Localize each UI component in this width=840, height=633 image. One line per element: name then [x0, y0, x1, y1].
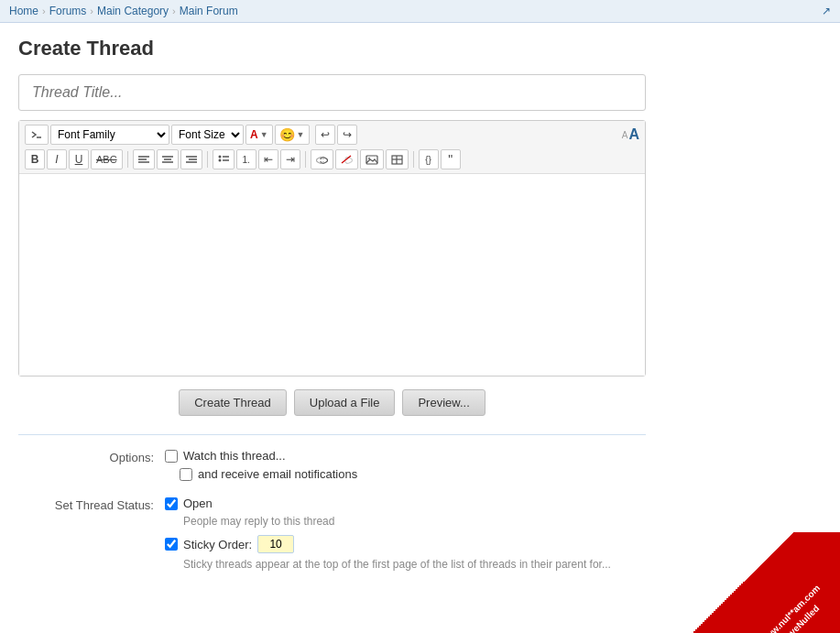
svg-rect-15: [366, 156, 377, 164]
create-thread-button[interactable]: Create Thread: [179, 389, 287, 416]
thread-title-input[interactable]: [18, 74, 646, 111]
email-notify-checkbox[interactable]: [180, 468, 192, 481]
email-notify-label[interactable]: and receive email notifications: [198, 467, 357, 481]
strikethrough-button[interactable]: ABC: [91, 149, 123, 169]
breadcrumb-forums[interactable]: Forums: [49, 5, 87, 17]
open-status-row: Open: [165, 497, 646, 510]
unordered-list-button[interactable]: [213, 149, 235, 169]
undo-redo-group: ↩ ↪: [315, 125, 357, 145]
ordered-list-button[interactable]: 1.: [236, 149, 256, 169]
indent-in-button[interactable]: ⇥: [280, 149, 300, 169]
source-button[interactable]: [25, 125, 49, 145]
preview-button[interactable]: Preview...: [402, 389, 485, 416]
watch-thread-row: Options: Watch this thread... and receiv…: [18, 449, 646, 486]
sep-2: [207, 151, 208, 168]
quote-button[interactable]: ": [441, 149, 461, 169]
thread-status-label: Set Thread Status:: [18, 497, 165, 512]
font-color-letter: A: [250, 128, 258, 141]
sticky-order-label[interactable]: Sticky Order:: [183, 538, 252, 551]
watch-thread-label[interactable]: Watch this thread...: [183, 449, 286, 463]
thread-open-checkbox[interactable]: [165, 497, 178, 510]
insert-table-button[interactable]: [386, 149, 409, 169]
open-description: People may reply to this thread: [183, 515, 646, 528]
sep-3: [305, 151, 306, 168]
breadcrumb: Home › Forums › Main Category › Main For…: [0, 0, 840, 23]
breadcrumb-main-forum[interactable]: Main Forum: [180, 5, 238, 17]
size-indicator: A A: [622, 126, 639, 143]
watch-thread-checkbox[interactable]: [165, 450, 178, 463]
sep-4: [413, 151, 414, 168]
font-size-select[interactable]: Font Size8101214182436: [171, 125, 244, 145]
options-section: Options: Watch this thread... and receiv…: [18, 434, 646, 571]
insert-image-button[interactable]: [360, 149, 384, 169]
underline-button[interactable]: U: [69, 149, 89, 169]
code-button[interactable]: {}: [419, 149, 439, 169]
svg-line-14: [342, 156, 351, 163]
thread-status-content: Open People may reply to this thread Sti…: [165, 497, 646, 571]
editor-container: Font FamilyArialVerdanaTimes New RomanCo…: [18, 120, 646, 377]
sticky-order-row: Sticky Order: 10: [165, 535, 646, 553]
breadcrumb-sep-3: ›: [172, 5, 176, 16]
thread-open-label[interactable]: Open: [183, 497, 213, 510]
main-content: Create Thread Font FamilyArialVerdanaTim…: [0, 23, 840, 595]
breadcrumb-sep-1: ›: [42, 5, 46, 16]
svg-point-10: [218, 156, 221, 158]
small-a-icon: A: [622, 130, 628, 140]
emoji-button[interactable]: 😊 ▼: [275, 125, 310, 145]
external-link-icon[interactable]: ↗: [822, 5, 831, 17]
editor-area[interactable]: [19, 174, 645, 376]
font-family-select[interactable]: Font FamilyArialVerdanaTimes New RomanCo…: [50, 125, 169, 145]
email-notify-row: and receive email notifications: [180, 467, 646, 481]
redo-button[interactable]: ↪: [337, 125, 357, 145]
align-right-button[interactable]: [180, 149, 202, 169]
align-center-button[interactable]: [157, 149, 179, 169]
sticky-order-input[interactable]: 10: [257, 535, 294, 553]
undo-button[interactable]: ↩: [315, 125, 335, 145]
breadcrumb-main-category[interactable]: Main Category: [97, 5, 169, 17]
sticky-description: Sticky threads appear at the top of the …: [183, 558, 646, 571]
sticky-order-checkbox[interactable]: [165, 538, 178, 551]
thread-status-row: Set Thread Status: Open People may reply…: [18, 497, 646, 571]
options-label: Options:: [18, 449, 165, 464]
upload-file-button[interactable]: Upload a File: [294, 389, 396, 416]
toolbar-row-2: B I U ABC: [25, 149, 639, 169]
options-content: Watch this thread... and receive email n…: [165, 449, 646, 486]
editor-toolbar: Font FamilyArialVerdanaTimes New RomanCo…: [19, 121, 645, 174]
page-title: Create Thread: [18, 37, 822, 60]
align-left-button[interactable]: [133, 149, 155, 169]
breadcrumb-sep-2: ›: [90, 5, 93, 16]
watch-checkbox-row: Watch this thread...: [165, 449, 646, 463]
sep-1: [127, 151, 128, 168]
action-buttons: Create Thread Upload a File Preview...: [18, 389, 646, 416]
font-color-button[interactable]: A ▼: [245, 125, 273, 145]
toolbar-row-1: Font FamilyArialVerdanaTimes New RomanCo…: [25, 125, 639, 145]
svg-point-12: [218, 159, 221, 162]
breadcrumb-home[interactable]: Home: [9, 5, 38, 17]
remove-link-button[interactable]: [335, 149, 358, 169]
insert-link-button[interactable]: [311, 149, 333, 169]
indent-out-button[interactable]: ⇤: [258, 149, 278, 169]
bold-button[interactable]: B: [25, 149, 45, 169]
italic-button[interactable]: I: [47, 149, 67, 169]
large-a-icon: A: [628, 126, 639, 143]
